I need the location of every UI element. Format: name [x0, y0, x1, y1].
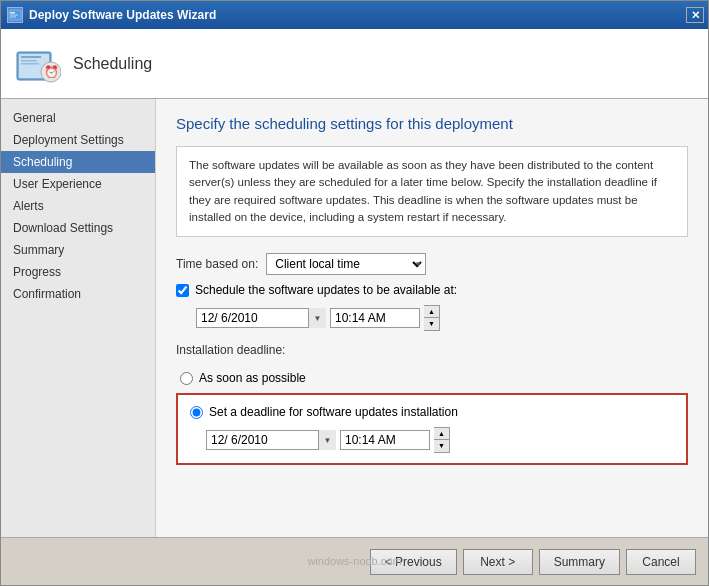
schedule-checkbox-row: Schedule the software updates to be avai…: [176, 283, 688, 297]
header-section: ⏰ Scheduling: [1, 29, 708, 99]
description-text: The software updates will be available a…: [176, 146, 688, 237]
deadline-radio-label[interactable]: Set a deadline for software updates inst…: [209, 405, 458, 419]
time-based-label: Time based on:: [176, 257, 258, 271]
available-time-up-btn[interactable]: ▲: [424, 306, 439, 318]
deadline-radio-row: Set a deadline for software updates inst…: [190, 405, 674, 419]
installation-deadline-row: Installation deadline:: [176, 343, 688, 365]
previous-button[interactable]: < Previous: [370, 549, 457, 575]
page-title: Specify the scheduling settings for this…: [176, 115, 688, 132]
installation-deadline-label: Installation deadline:: [176, 343, 285, 357]
deadline-radio[interactable]: [190, 406, 203, 419]
deadline-time-up-btn[interactable]: ▲: [434, 428, 449, 440]
wizard-icon: [7, 7, 23, 23]
title-bar-left: Deploy Software Updates Wizard: [7, 7, 216, 23]
footer: windows-noob.com < Previous Next > Summa…: [1, 537, 708, 585]
time-based-select-wrapper: Client local time UTC: [266, 253, 426, 275]
asap-radio-label[interactable]: As soon as possible: [199, 371, 306, 385]
cancel-button[interactable]: Cancel: [626, 549, 696, 575]
sidebar-item-download-settings[interactable]: Download Settings: [1, 217, 155, 239]
time-based-select[interactable]: Client local time UTC: [266, 253, 426, 275]
main-content: Specify the scheduling settings for this…: [156, 99, 708, 537]
sidebar-item-user-experience[interactable]: User Experience: [1, 173, 155, 195]
asap-radio-row: As soon as possible: [180, 371, 688, 385]
available-time-spinner: ▲ ▼: [424, 305, 440, 331]
footer-wrapper: windows-noob.com < Previous Next > Summa…: [1, 537, 708, 585]
title-bar: Deploy Software Updates Wizard ✕: [1, 1, 708, 29]
svg-rect-10: [21, 63, 39, 65]
header-title: Scheduling: [73, 55, 152, 73]
deadline-date-wrapper: ▼: [206, 430, 336, 450]
title-bar-text: Deploy Software Updates Wizard: [29, 8, 216, 22]
available-time-down-btn[interactable]: ▼: [424, 318, 439, 330]
time-based-row: Time based on: Client local time UTC: [176, 253, 688, 275]
svg-text:⏰: ⏰: [44, 64, 59, 79]
asap-radio[interactable]: [180, 372, 193, 385]
deadline-time-input[interactable]: [340, 430, 430, 450]
svg-rect-1: [10, 12, 15, 14]
deadline-date-dropdown-btn[interactable]: ▼: [318, 430, 336, 450]
svg-rect-2: [10, 15, 18, 16]
sidebar-item-deployment-settings[interactable]: Deployment Settings: [1, 129, 155, 151]
next-button[interactable]: Next >: [463, 549, 533, 575]
sidebar-item-general[interactable]: General: [1, 107, 155, 129]
deadline-time-wrapper: [340, 430, 430, 450]
sidebar-item-summary[interactable]: Summary: [1, 239, 155, 261]
schedule-checkbox[interactable]: [176, 284, 189, 297]
close-button[interactable]: ✕: [686, 7, 704, 23]
available-time-input[interactable]: [330, 308, 420, 328]
deadline-time-spinner: ▲ ▼: [434, 427, 450, 453]
sidebar: General Deployment Settings Scheduling U…: [1, 99, 156, 537]
svg-rect-9: [21, 60, 37, 62]
form-section: Time based on: Client local time UTC Sch…: [176, 253, 688, 521]
deadline-time-down-btn[interactable]: ▼: [434, 440, 449, 452]
sidebar-item-confirmation[interactable]: Confirmation: [1, 283, 155, 305]
sidebar-item-alerts[interactable]: Alerts: [1, 195, 155, 217]
deadline-date-input[interactable]: [206, 430, 336, 450]
available-date-input[interactable]: [196, 308, 326, 328]
sidebar-item-progress[interactable]: Progress: [1, 261, 155, 283]
wizard-window: Deploy Software Updates Wizard ✕ ⏰ Sched…: [0, 0, 709, 586]
available-date-wrapper: ▼: [196, 308, 326, 328]
sidebar-item-scheduling[interactable]: Scheduling: [1, 151, 155, 173]
available-datetime-row: ▼ ▲ ▼: [196, 305, 688, 331]
deadline-datetime-row: ▼ ▲ ▼: [206, 427, 674, 453]
deadline-box: Set a deadline for software updates inst…: [176, 393, 688, 465]
schedule-checkbox-label[interactable]: Schedule the software updates to be avai…: [195, 283, 457, 297]
header-icon: ⏰: [13, 40, 61, 88]
svg-rect-8: [21, 56, 41, 58]
svg-rect-3: [10, 17, 16, 18]
available-time-wrapper: [330, 308, 420, 328]
available-date-dropdown-btn[interactable]: ▼: [308, 308, 326, 328]
summary-button[interactable]: Summary: [539, 549, 620, 575]
content-area: General Deployment Settings Scheduling U…: [1, 99, 708, 537]
